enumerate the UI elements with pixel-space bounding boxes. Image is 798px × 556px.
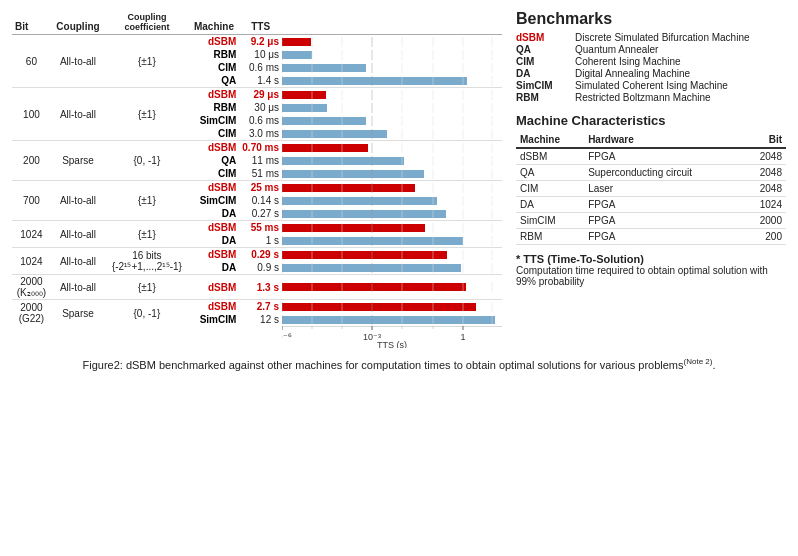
tts-value: 1 s — [239, 234, 282, 248]
machine-label: RBM — [189, 101, 240, 114]
tts-value: 0.29 s — [239, 248, 282, 262]
bar — [282, 224, 425, 232]
bar-wrapper — [282, 183, 502, 193]
bar-wrapper — [282, 250, 502, 260]
svg-text:10⁻⁶: 10⁻⁶ — [282, 332, 292, 342]
bar-cell — [282, 61, 502, 74]
tts-value: 1.3 s — [239, 275, 282, 300]
bar-wrapper — [282, 116, 502, 126]
bit-cell: 60 — [12, 35, 51, 88]
mch-col-hardware: Hardware — [584, 132, 743, 148]
mch-cell-machine: dSBM — [516, 148, 584, 165]
col-bar-header — [282, 10, 502, 35]
machine-chars-title: Machine Characteristics — [516, 113, 786, 128]
bar-cell — [282, 48, 502, 61]
bar-cell — [282, 88, 502, 102]
mch-cell-machine: QA — [516, 165, 584, 181]
xaxis-svg: 10⁻⁶ 10⁻³ 1 — [282, 326, 502, 348]
mch-cell-hardware: FPGA — [584, 213, 743, 229]
coupling-cell: All-to-all — [51, 275, 105, 300]
bar — [282, 38, 311, 46]
bit-cell: 700 — [12, 181, 51, 221]
bench-val: Discrete Simulated Bifurcation Machine — [575, 32, 786, 43]
coeff-cell: 16 bits{-2¹⁵+1,...,2¹⁵-1} — [105, 248, 189, 275]
tts-value: 55 ms — [239, 221, 282, 235]
tts-note: * TTS (Time-To-Solution) Computation tim… — [516, 253, 786, 287]
tts-value: 0.6 ms — [239, 61, 282, 74]
bar — [282, 237, 463, 245]
bar-cell — [282, 300, 502, 314]
coeff-cell: {±1} — [105, 275, 189, 300]
bar-wrapper — [282, 209, 502, 219]
bit-cell: 2000(G22) — [12, 300, 51, 327]
bar-wrapper — [282, 223, 502, 233]
mch-row: RBMFPGA200 — [516, 229, 786, 245]
col-coeff: Couplingcoefficient — [105, 10, 189, 35]
bar — [282, 316, 495, 324]
mch-cell-hardware: Superconducting circuit — [584, 165, 743, 181]
bench-key: CIM — [516, 56, 571, 67]
machine-label: QA — [189, 154, 240, 167]
right-area: Benchmarks dSBMDiscrete Simulated Bifurc… — [510, 10, 786, 348]
bar-wrapper — [282, 169, 502, 179]
machine-label: CIM — [189, 127, 240, 141]
mch-col-bit: Bit — [743, 132, 786, 148]
machine-label: CIM — [189, 61, 240, 74]
bar — [282, 91, 326, 99]
mch-cell-bit: 200 — [743, 229, 786, 245]
bar-cell — [282, 313, 502, 326]
bar-wrapper — [282, 103, 502, 113]
left-area: Bit Coupling Couplingcoefficient Machine… — [12, 10, 502, 348]
bar-cell — [282, 114, 502, 127]
bench-key: RBM — [516, 92, 571, 103]
svg-text:TTS (s): TTS (s) — [377, 340, 407, 348]
svg-text:1: 1 — [460, 332, 465, 342]
mch-cell-bit: 2048 — [743, 148, 786, 165]
bench-key: dSBM — [516, 32, 571, 43]
mch-cell-bit: 1024 — [743, 197, 786, 213]
bar — [282, 264, 461, 272]
tts-note-title: * TTS (Time-To-Solution) — [516, 253, 786, 265]
bit-cell: 1024 — [12, 248, 51, 275]
coeff-cell: {0, -1} — [105, 300, 189, 327]
machine-label: dSBM — [189, 35, 240, 49]
bar-cell — [282, 248, 502, 262]
coupling-cell: All-to-all — [51, 181, 105, 221]
bench-val: Digital Annealing Machine — [575, 68, 786, 79]
table-row: 2000(K₂₀₀₀)All-to-all{±1}dSBM1.3 s — [12, 275, 502, 300]
mch-col-machine: Machine — [516, 132, 584, 148]
coeff-cell: {±1} — [105, 88, 189, 141]
bar-wrapper — [282, 196, 502, 206]
bar-cell — [282, 181, 502, 195]
tts-value: 0.27 s — [239, 207, 282, 221]
bit-cell: 100 — [12, 88, 51, 141]
bar-wrapper — [282, 302, 502, 312]
tts-value: 0.14 s — [239, 194, 282, 207]
bit-cell: 200 — [12, 141, 51, 181]
coupling-cell: Sparse — [51, 300, 105, 327]
mch-row: SimCIMFPGA2000 — [516, 213, 786, 229]
machine-label: SimCIM — [189, 114, 240, 127]
machine-label: DA — [189, 261, 240, 275]
tts-value: 30 μs — [239, 101, 282, 114]
mch-row: dSBMFPGA2048 — [516, 148, 786, 165]
bar-cell — [282, 35, 502, 49]
machine-label: dSBM — [189, 300, 240, 314]
bar-cell — [282, 234, 502, 248]
tts-value: 10 μs — [239, 48, 282, 61]
bar — [282, 283, 466, 291]
machine-label: DA — [189, 234, 240, 248]
bar-cell — [282, 127, 502, 141]
bench-val: Quantum Annealer — [575, 44, 786, 55]
bar — [282, 144, 368, 152]
col-coupling: Coupling — [51, 10, 105, 35]
tts-value: 29 μs — [239, 88, 282, 102]
bar-wrapper — [282, 63, 502, 73]
bar — [282, 64, 366, 72]
table-row: 200Sparse{0, -1}dSBM0.70 ms — [12, 141, 502, 155]
bar-wrapper — [282, 263, 502, 273]
machine-label: CIM — [189, 167, 240, 181]
bar-wrapper — [282, 90, 502, 100]
tts-value: 25 ms — [239, 181, 282, 195]
tts-value: 0.6 ms — [239, 114, 282, 127]
